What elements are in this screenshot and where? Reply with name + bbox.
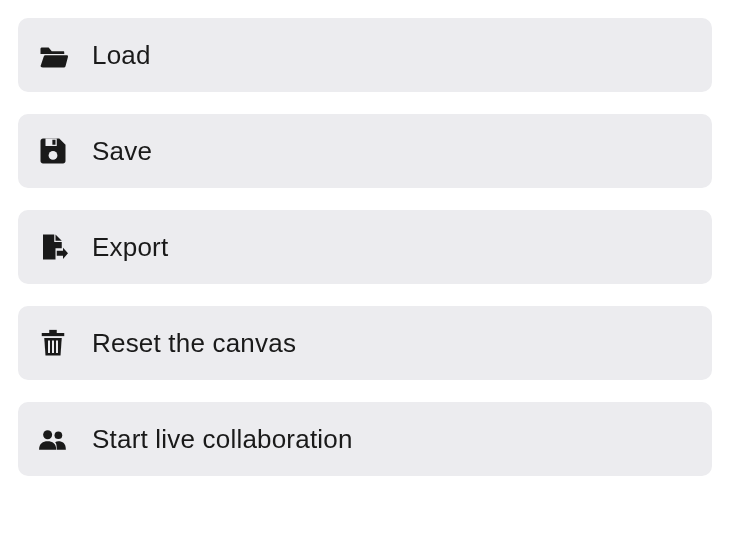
export-button[interactable]: Export [18,210,712,284]
trash-icon [38,327,74,359]
menu-item-label: Start live collaboration [92,424,353,455]
svg-point-8 [43,430,52,439]
menu-item-label: Reset the canvas [92,328,296,359]
menu-item-label: Export [92,232,168,263]
file-menu: Load Save Export [0,0,730,494]
save-button[interactable]: Save [18,114,712,188]
file-export-icon [38,231,74,263]
svg-rect-4 [49,330,57,333]
start-live-collaboration-button[interactable]: Start live collaboration [18,402,712,476]
svg-rect-3 [42,333,65,336]
users-icon [38,423,74,455]
floppy-disk-icon [38,135,74,167]
svg-rect-6 [52,341,54,354]
svg-point-2 [49,151,58,160]
svg-rect-1 [52,140,55,145]
svg-rect-5 [48,341,50,354]
menu-item-label: Load [92,40,151,71]
menu-item-label: Save [92,136,152,167]
folder-open-icon [38,39,74,71]
reset-canvas-button[interactable]: Reset the canvas [18,306,712,380]
svg-point-9 [55,431,63,439]
svg-rect-7 [56,341,58,354]
load-button[interactable]: Load [18,18,712,92]
